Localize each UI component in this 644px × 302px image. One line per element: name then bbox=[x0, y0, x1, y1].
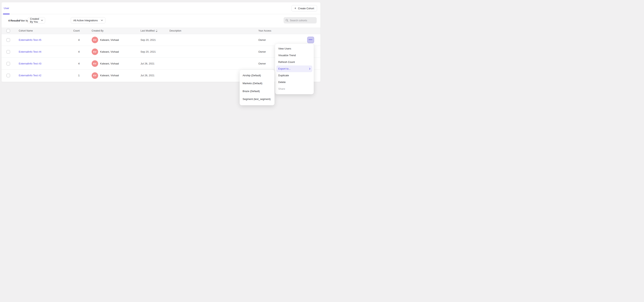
filter-by-label: Filter by bbox=[19, 19, 28, 22]
export-submenu: Airship (Default) Marketo (Default) Braz… bbox=[240, 70, 274, 105]
access-value: Owner bbox=[258, 58, 266, 70]
column-created-by: Created By bbox=[92, 28, 104, 34]
cohort-count: 4 bbox=[61, 46, 80, 58]
creator-name: Kalwani, Vishaal bbox=[100, 46, 119, 58]
table-row: ExternalInfo Test #4 4 KVKalwani, Vishaa… bbox=[2, 46, 320, 58]
table-header: Cohort Name Count Created By Last Modifi… bbox=[2, 28, 320, 34]
column-cohort-name: Cohort Name bbox=[19, 28, 33, 34]
tab-bar: User + Create Cohort bbox=[2, 2, 320, 14]
avatar: KV bbox=[92, 60, 98, 67]
menu-item-duplicate[interactable]: Duplicate bbox=[275, 72, 314, 79]
search-box[interactable] bbox=[284, 17, 317, 24]
avatar: KV bbox=[92, 37, 98, 43]
avatar: KV bbox=[92, 48, 98, 55]
submenu-item-marketo[interactable]: Marketo (Default) bbox=[240, 80, 274, 87]
toolbar-divider bbox=[17, 18, 18, 23]
avatar: KV bbox=[92, 72, 98, 79]
more-icon: ••• bbox=[309, 38, 313, 41]
access-value: Owner bbox=[258, 46, 266, 58]
creator-name: Kalwani, Vishaal bbox=[100, 34, 119, 46]
chevron-right-icon bbox=[309, 68, 310, 70]
created-by-dropdown[interactable]: Created By You bbox=[28, 17, 45, 24]
more-actions-button[interactable]: ••• bbox=[307, 37, 314, 43]
cohort-count: 1 bbox=[61, 70, 80, 82]
creator-name: Kalwani, Vishaal bbox=[100, 70, 119, 82]
context-menu: View Users Visualize Trend Refresh Count… bbox=[275, 44, 314, 94]
row-checkbox[interactable] bbox=[6, 38, 10, 42]
row-checkbox[interactable] bbox=[6, 74, 10, 77]
cohort-name-link[interactable]: ExternalInfo Test #5 bbox=[19, 38, 42, 42]
cohort-count: 4 bbox=[61, 58, 80, 70]
last-modified-value: Sep 20, 2021 bbox=[140, 34, 156, 46]
create-cohort-label: Create Cohort bbox=[298, 7, 314, 10]
column-count: Count bbox=[61, 28, 80, 34]
row-checkbox[interactable] bbox=[6, 62, 10, 66]
last-modified-value: Jul 26, 2021 bbox=[140, 58, 154, 70]
menu-item-visualize-trend[interactable]: Visualize Trend bbox=[275, 52, 314, 59]
submenu-item-airship[interactable]: Airship (Default) bbox=[240, 72, 274, 80]
table-row: ExternalInfo Test #3 4 KVKalwani, Vishaa… bbox=[2, 58, 320, 70]
column-last-modified[interactable]: Last Modified bbox=[140, 28, 158, 34]
results-count: 4 Results bbox=[8, 19, 20, 22]
submenu-item-braze[interactable]: Braze (Default) bbox=[240, 87, 274, 95]
integrations-dropdown-value: All Active Integrations bbox=[73, 19, 98, 22]
chevron-down-icon bbox=[41, 20, 43, 21]
tab-user[interactable]: User bbox=[3, 2, 10, 14]
row-checkbox[interactable] bbox=[6, 50, 10, 54]
access-value: Owner bbox=[258, 34, 266, 46]
cohorts-page: User + Create Cohort 4 Results Filter by… bbox=[0, 0, 322, 151]
select-all-checkbox[interactable] bbox=[6, 29, 10, 32]
sort-icon[interactable] bbox=[156, 30, 158, 32]
menu-item-share: Share bbox=[275, 86, 314, 92]
filter-toolbar: 4 Results Filter by Created By You All A… bbox=[2, 14, 320, 28]
chevron-down-icon bbox=[101, 20, 103, 21]
table-row: ExternalInfo Test #5 4 KVKalwani, Vishaa… bbox=[2, 34, 320, 46]
cohort-name-link[interactable]: ExternalInfo Test #4 bbox=[19, 50, 42, 53]
cohort-name-link[interactable]: ExternalInfo Test #3 bbox=[19, 62, 42, 65]
integrations-dropdown[interactable]: All Active Integrations bbox=[71, 17, 106, 24]
menu-item-refresh-count[interactable]: Refresh Count bbox=[275, 59, 314, 66]
cohort-name-link[interactable]: ExternalInfo Test #2 bbox=[19, 74, 42, 77]
menu-item-view-users[interactable]: View Users bbox=[275, 45, 314, 52]
create-cohort-button[interactable]: + Create Cohort bbox=[292, 5, 317, 12]
search-input[interactable] bbox=[290, 19, 314, 22]
submenu-item-segment[interactable]: Segment (test_segment) bbox=[240, 95, 274, 103]
search-icon bbox=[286, 19, 288, 22]
menu-item-delete[interactable]: Delete bbox=[275, 79, 314, 86]
cohort-count: 4 bbox=[61, 34, 80, 46]
last-modified-value: Sep 20, 2021 bbox=[140, 46, 156, 58]
column-description: Description bbox=[170, 28, 181, 34]
created-by-dropdown-value: Created By You bbox=[30, 17, 40, 23]
plus-icon: + bbox=[294, 7, 296, 10]
menu-item-export-to[interactable]: Export to... bbox=[276, 66, 312, 72]
creator-name: Kalwani, Vishaal bbox=[100, 58, 119, 70]
last-modified-value: Jul 26, 2021 bbox=[140, 70, 154, 82]
column-your-access: Your Access bbox=[258, 28, 271, 34]
